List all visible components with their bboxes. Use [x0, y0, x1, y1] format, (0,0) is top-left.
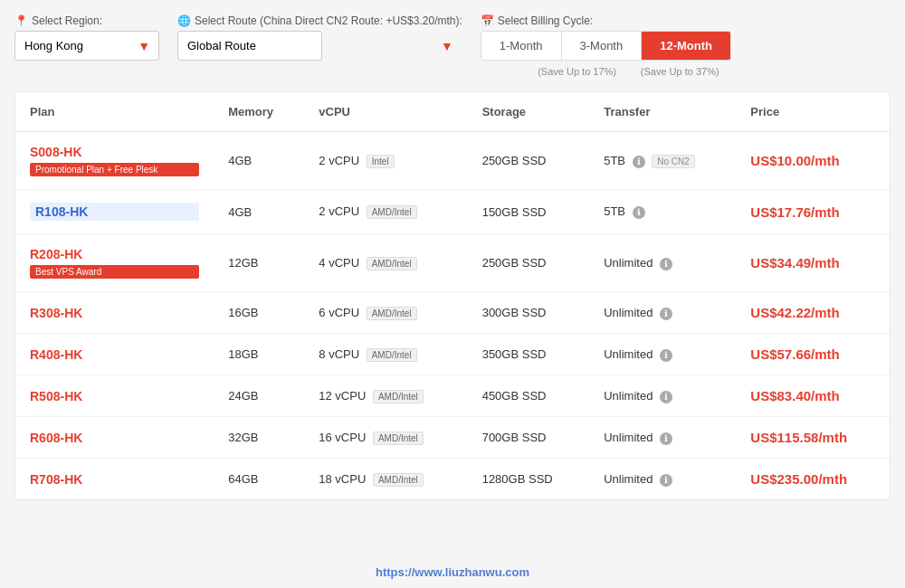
memory-cell-R208-HK: 12GB [214, 234, 304, 292]
region-control: 📍 Select Region: Hong Kong ▼ [14, 14, 159, 61]
transfer-info-icon-R308-HK[interactable]: ℹ [660, 308, 672, 320]
table-row[interactable]: R208-HKBest VPS Award12GB4 vCPU AMD/Inte… [15, 234, 890, 292]
billing-save-17: (Save Up to 17%) [526, 66, 629, 77]
memory-cell-S008-HK: 4GB [214, 132, 304, 190]
memory-cell-R608-HK: 32GB [214, 417, 304, 459]
plan-name-R408-HK[interactable]: R408-HK [30, 347, 199, 362]
price-cell-R608-HK: US$115.58/mth [736, 417, 890, 459]
vcpu-tag-R208-HK: AMD/Intel [367, 257, 417, 270]
vcpu-cell-R508-HK: 12 vCPU AMD/Intel [304, 375, 467, 417]
plans-table: Plan Memory vCPU Storage Transfer Price … [15, 92, 890, 499]
col-header-price: Price [736, 92, 890, 132]
billing-btn-12month[interactable]: 12-Month [642, 32, 730, 60]
billing-calendar-icon: 📅 [481, 14, 494, 27]
plan-name-R608-HK[interactable]: R608-HK [30, 431, 199, 445]
memory-cell-R508-HK: 24GB [214, 375, 304, 417]
memory-cell-R408-HK: 18GB [214, 334, 304, 375]
transfer-info-icon-R408-HK[interactable]: ℹ [660, 349, 672, 362]
table-row[interactable]: R508-HK24GB12 vCPU AMD/Intel450GB SSDUnl… [15, 375, 890, 417]
memory-cell-R308-HK: 16GB [214, 292, 304, 334]
plan-cell-R608-HK: R608-HK [15, 417, 214, 459]
region-select[interactable]: Hong Kong [14, 31, 159, 61]
plan-cell-R408-HK: R408-HK [15, 334, 214, 375]
plan-name-R708-HK[interactable]: R708-HK [30, 472, 199, 487]
vcpu-tag-R408-HK: AMD/Intel [367, 348, 417, 362]
plan-name-R308-HK[interactable]: R308-HK [30, 306, 199, 320]
route-control: 🌐 Select Route (China Direct CN2 Route: … [177, 14, 462, 61]
vcpu-tag-R608-HK: AMD/Intel [373, 432, 424, 445]
billing-control: 📅 Select Billing Cycle: 1-Month 3-Month … [481, 14, 731, 77]
price-cell-R108-HK: US$17.76/mth [736, 190, 890, 234]
table-row[interactable]: R408-HK18GB8 vCPU AMD/Intel350GB SSDUnli… [15, 334, 890, 375]
region-label: 📍 Select Region: [14, 14, 159, 27]
route-select-wrapper: Global Route ▼ [177, 31, 462, 61]
table-row[interactable]: R708-HK64GB18 vCPU AMD/Intel1280GB SSDUn… [15, 459, 890, 500]
vcpu-cell-R308-HK: 6 vCPU AMD/Intel [304, 292, 467, 334]
table-row[interactable]: R608-HK32GB16 vCPU AMD/Intel700GB SSDUnl… [15, 417, 890, 459]
vcpu-cell-R608-HK: 16 vCPU AMD/Intel [304, 417, 467, 459]
transfer-info-icon-S008-HK[interactable]: ℹ [633, 156, 645, 168]
vcpu-cell-R708-HK: 18 vCPU AMD/Intel [304, 459, 467, 500]
route-globe-icon: 🌐 [177, 14, 191, 27]
transfer-cell-R408-HK: Unlimited ℹ [589, 334, 736, 375]
vcpu-cell-R208-HK: 4 vCPU AMD/Intel [304, 234, 467, 292]
plan-cell-R508-HK: R508-HK [15, 375, 214, 417]
billing-label: 📅 Select Billing Cycle: [481, 14, 731, 27]
plan-badge-S008-HK: Promotional Plan + Free Plesk [30, 163, 199, 176]
storage-cell-R108-HK: 150GB SSD [468, 190, 590, 234]
route-select[interactable]: Global Route [177, 31, 322, 61]
price-cell-R308-HK: US$42.22/mth [736, 292, 890, 334]
plan-name-R208-HK[interactable]: R208-HK [30, 247, 199, 261]
region-pin-icon: 📍 [14, 14, 28, 27]
transfer-cell-R108-HK: 5TB ℹ [589, 190, 736, 234]
plan-cell-R708-HK: R708-HK [15, 459, 214, 500]
table-row[interactable]: R308-HK16GB6 vCPU AMD/Intel300GB SSDUnli… [15, 292, 890, 334]
table-header-row: Plan Memory vCPU Storage Transfer Price [15, 92, 890, 132]
storage-cell-R208-HK: 250GB SSD [468, 234, 590, 292]
storage-cell-R508-HK: 450GB SSD [468, 375, 590, 417]
vcpu-tag-R508-HK: AMD/Intel [373, 390, 424, 403]
transfer-info-icon-R608-HK[interactable]: ℹ [660, 432, 672, 445]
storage-cell-R608-HK: 700GB SSD [468, 417, 590, 459]
plan-cell-S008-HK: S008-HKPromotional Plan + Free Plesk [15, 132, 214, 190]
transfer-info-icon-R108-HK[interactable]: ℹ [633, 206, 645, 219]
billing-btn-1month[interactable]: 1-Month [481, 32, 562, 60]
vcpu-tag-R108-HK: AMD/Intel [367, 205, 417, 219]
memory-cell-R708-HK: 64GB [214, 459, 304, 500]
storage-cell-R408-HK: 350GB SSD [468, 334, 590, 375]
table-row[interactable]: R108-HK4GB2 vCPU AMD/Intel150GB SSD5TB ℹ… [15, 190, 890, 234]
transfer-info-icon-R508-HK[interactable]: ℹ [660, 391, 672, 403]
transfer-cell-R508-HK: Unlimited ℹ [589, 375, 736, 417]
col-header-vcpu: vCPU [304, 92, 467, 132]
plan-name-R108-HK[interactable]: R108-HK [30, 203, 199, 221]
transfer-info-icon-R208-HK[interactable]: ℹ [660, 258, 672, 270]
plans-table-container: Plan Memory vCPU Storage Transfer Price … [14, 91, 891, 500]
route-dropdown-arrow: ▼ [441, 39, 453, 53]
price-cell-R208-HK: US$34.49/mth [736, 234, 890, 292]
transfer-info-icon-R708-HK[interactable]: ℹ [660, 474, 672, 487]
billing-btn-3month[interactable]: 3-Month [562, 32, 643, 60]
plan-name-R508-HK[interactable]: R508-HK [30, 389, 199, 403]
billing-buttons-group: 1-Month 3-Month 12-Month [481, 31, 731, 61]
transfer-cell-R608-HK: Unlimited ℹ [589, 417, 736, 459]
billing-savings-info: (Save Up to 17%) (Save Up to 37%) [481, 66, 731, 77]
plan-name-S008-HK[interactable]: S008-HK [30, 145, 199, 159]
col-header-plan: Plan [15, 92, 214, 132]
transfer-cell-R208-HK: Unlimited ℹ [589, 234, 736, 292]
memory-cell-R108-HK: 4GB [214, 190, 304, 234]
price-cell-S008-HK: US$10.00/mth [736, 132, 890, 190]
col-header-storage: Storage [468, 92, 590, 132]
vcpu-cell-R108-HK: 2 vCPU AMD/Intel [304, 190, 467, 234]
route-label: 🌐 Select Route (China Direct CN2 Route: … [177, 14, 462, 27]
plan-badge-R208-HK: Best VPS Award [30, 265, 199, 279]
table-row[interactable]: S008-HKPromotional Plan + Free Plesk4GB2… [15, 132, 890, 190]
vcpu-cell-R408-HK: 8 vCPU AMD/Intel [304, 334, 467, 375]
vcpu-cell-S008-HK: 2 vCPU Intel [304, 132, 467, 190]
transfer-cell-S008-HK: 5TB ℹ No CN2 [589, 132, 736, 190]
transfer-cell-R708-HK: Unlimited ℹ [589, 459, 736, 500]
price-cell-R508-HK: US$83.40/mth [736, 375, 890, 417]
billing-save-37: (Save Up to 37%) [628, 66, 731, 77]
transfer-cell-R308-HK: Unlimited ℹ [589, 292, 736, 334]
vcpu-tag-R708-HK: AMD/Intel [373, 473, 424, 487]
plan-cell-R108-HK: R108-HK [15, 190, 214, 234]
